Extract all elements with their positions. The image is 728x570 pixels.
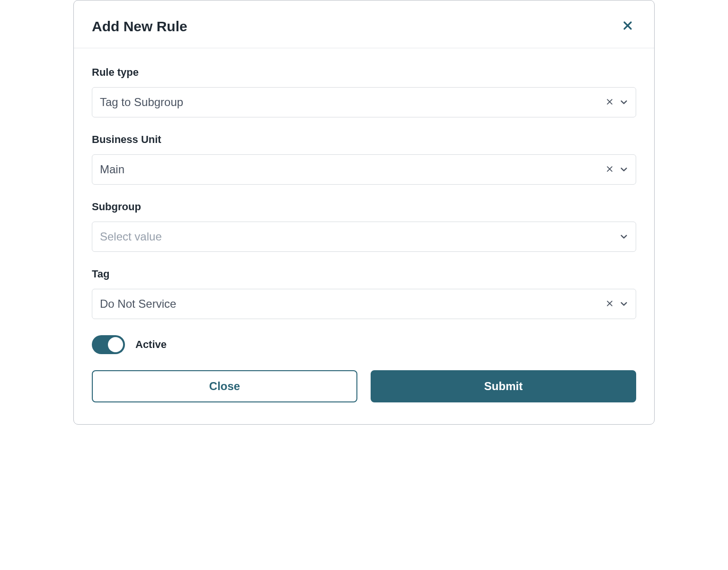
rule-type-value: Tag to Subgroup [100,96,604,109]
clear-icon[interactable] [604,96,615,108]
business-unit-select[interactable]: Main [92,154,636,185]
modal-body: Rule type Tag to Subgroup Business Unit … [74,48,654,424]
modal-title: Add New Rule [92,18,187,35]
chevron-down-icon [620,98,628,107]
tag-value: Do Not Service [100,297,604,311]
close-icon[interactable] [619,19,636,34]
subgroup-placeholder: Select value [100,230,620,243]
chevron-down-icon [620,165,628,174]
active-toggle-row: Active [92,335,636,354]
modal-header: Add New Rule [74,0,654,48]
tag-label: Tag [92,268,636,280]
field-business-unit: Business Unit Main [92,134,636,185]
rule-type-label: Rule type [92,66,636,79]
chevron-down-icon [620,232,628,241]
clear-icon[interactable] [604,298,615,310]
field-rule-type: Rule type Tag to Subgroup [92,66,636,117]
active-toggle[interactable] [92,335,125,354]
chevron-down-icon [620,300,628,308]
field-tag: Tag Do Not Service [92,268,636,319]
clear-icon[interactable] [604,163,615,176]
toggle-knob [108,337,123,352]
business-unit-value: Main [100,163,604,176]
rule-type-select[interactable]: Tag to Subgroup [92,87,636,117]
tag-select[interactable]: Do Not Service [92,289,636,319]
subgroup-label: Subgroup [92,201,636,213]
field-subgroup: Subgroup Select value [92,201,636,252]
close-button[interactable]: Close [92,370,357,402]
add-rule-modal: Add New Rule Rule type Tag to Subgroup [73,0,655,425]
submit-button[interactable]: Submit [371,370,636,402]
business-unit-label: Business Unit [92,134,636,146]
active-toggle-label: Active [135,338,167,351]
subgroup-select[interactable]: Select value [92,222,636,252]
modal-footer: Close Submit [92,370,636,415]
